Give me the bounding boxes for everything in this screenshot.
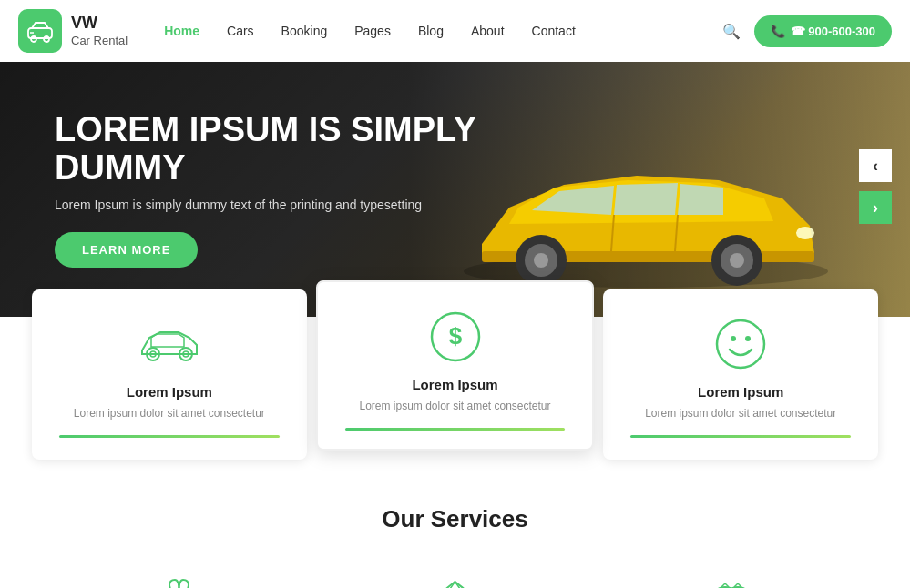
- service-item-1: Services Title 1 Lorem ipsum dolor sit a…: [55, 570, 303, 588]
- service-item-2: Services Title 2 Lorem ipsum dolor sit a…: [331, 570, 579, 588]
- svg-point-1: [31, 36, 36, 42]
- nav-cars[interactable]: Cars: [227, 24, 254, 38]
- feature-card-1-desc: Lorem ipsum dolor sit amet consectetur: [59, 405, 280, 421]
- car-icon: [59, 317, 280, 371]
- hero-section: LOREM IPSUM IS SIMPLY DUMMY Lorem Ipsum …: [0, 62, 910, 317]
- search-icon[interactable]: 🔍: [722, 23, 741, 40]
- diamond-icon: [331, 570, 579, 588]
- svg-point-10: [730, 253, 744, 268]
- feature-cards: Lorem Ipsum Lorem ipsum dolor sit amet c…: [0, 289, 910, 460]
- card-divider-1: [59, 435, 280, 438]
- logo-text: VW Car Rental: [71, 14, 128, 47]
- service-item-3: Services Title 3 Lorem ipsum dolor sit a…: [607, 570, 855, 588]
- feature-card-3-desc: Lorem ipsum dolor sit amet consectetur: [630, 405, 851, 421]
- phone-button[interactable]: 📞 ☎ 900-600-300: [754, 15, 892, 47]
- card-divider-3: [630, 435, 851, 438]
- logo-icon: [18, 9, 62, 53]
- svg-point-2: [44, 36, 49, 42]
- header: VW Car Rental Home Cars Booking Pages Bl…: [0, 0, 910, 62]
- hero-title: LOREM IPSUM IS SIMPLY DUMMY: [55, 111, 492, 188]
- nav-home[interactable]: Home: [164, 24, 199, 38]
- hero-content: LOREM IPSUM IS SIMPLY DUMMY Lorem Ipsum …: [0, 111, 547, 269]
- svg-point-22: [745, 336, 751, 341]
- nav-pages[interactable]: Pages: [354, 24, 391, 38]
- phone-number: ☎ 900-600-300: [791, 25, 875, 38]
- nav-contact[interactable]: Contact: [532, 24, 576, 38]
- gift-icon: [55, 570, 303, 588]
- logo: VW Car Rental: [18, 9, 128, 53]
- feature-card-2-title: Lorem Ipsum: [345, 377, 566, 392]
- header-right: 🔍 📞 ☎ 900-600-300: [722, 15, 892, 47]
- feature-card-1: Lorem Ipsum Lorem ipsum dolor sit amet c…: [32, 289, 307, 460]
- phone-icon: 📞: [771, 25, 785, 38]
- hero-subtitle: Lorem Ipsum is simply dummy text of the …: [55, 198, 492, 212]
- feature-card-3: Lorem Ipsum Lorem ipsum dolor sit amet c…: [603, 289, 878, 460]
- services-section: Our Services Services Title 1 Lorem ipsu…: [0, 460, 910, 588]
- svg-point-21: [731, 336, 736, 341]
- svg-text:$: $: [448, 322, 462, 350]
- nav-about[interactable]: About: [471, 24, 505, 38]
- smile-icon: [630, 317, 851, 371]
- dollar-icon: $: [345, 309, 566, 364]
- feature-card-1-title: Lorem Ipsum: [59, 384, 280, 400]
- svg-point-20: [717, 320, 764, 368]
- services-title: Our Services: [55, 505, 855, 533]
- hero-cta-button[interactable]: LEARN MORE: [55, 232, 198, 268]
- logo-subtitle: Car Rental: [71, 34, 128, 48]
- services-grid: Services Title 1 Lorem ipsum dolor sit a…: [55, 570, 855, 588]
- feature-card-2-desc: Lorem ipsum dolor sit amet consectetur: [345, 398, 566, 414]
- nav-booking[interactable]: Booking: [281, 24, 328, 38]
- nav-blog[interactable]: Blog: [418, 24, 444, 38]
- logo-vw: VW: [71, 14, 128, 34]
- card-divider-2: [345, 428, 566, 431]
- feature-card-3-title: Lorem Ipsum: [630, 384, 851, 400]
- feature-card-2: $ Lorem Ipsum Lorem ipsum dolor sit amet…: [316, 280, 595, 451]
- hero-next-button[interactable]: ›: [859, 191, 892, 224]
- svg-point-11: [796, 227, 814, 239]
- rings-icon: [607, 570, 855, 588]
- main-nav: Home Cars Booking Pages Blog About Conta…: [164, 24, 722, 38]
- hero-prev-button[interactable]: ‹: [859, 149, 892, 182]
